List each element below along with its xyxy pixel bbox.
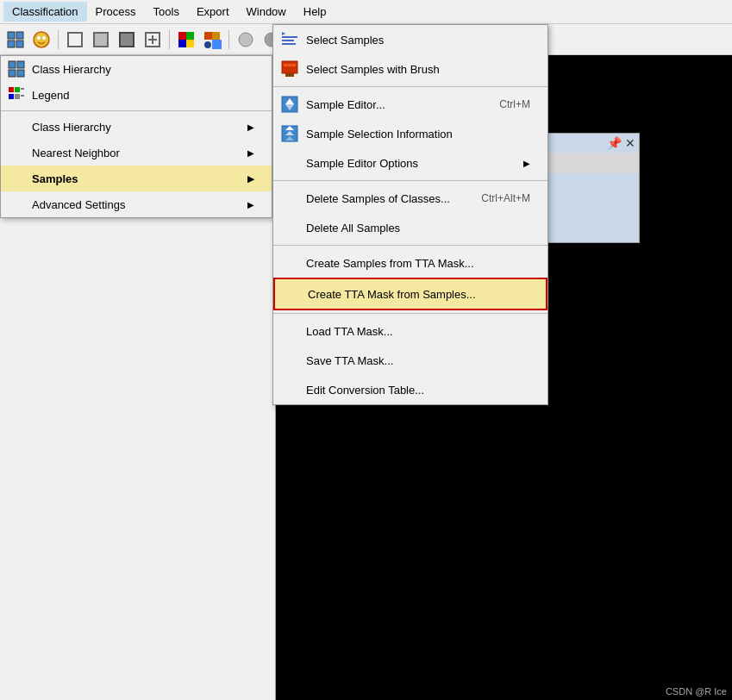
no-icon8	[280, 253, 299, 272]
panel-close-icon[interactable]: ✕	[625, 136, 635, 150]
svg-rect-43	[282, 36, 297, 38]
dropdown-advanced-settings[interactable]: Advanced Settings	[1, 191, 272, 217]
submenu-sample-editor-options[interactable]: Sample Editor Options	[273, 148, 547, 178]
hierarchy-icon	[8, 60, 25, 78]
svg-rect-29	[15, 87, 20, 92]
svg-rect-45	[282, 43, 296, 45]
svg-marker-49	[284, 64, 296, 66]
no-icon-placeholder	[8, 118, 25, 135]
submenu-delete-samples-classes[interactable]: Delete Samples of Classes... Ctrl+Alt+M	[273, 184, 547, 213]
toolbar-sep2	[169, 30, 170, 49]
svg-rect-44	[282, 40, 294, 41]
svg-rect-7	[68, 33, 82, 47]
dropdown-legend-label: Legend	[32, 89, 69, 102]
svg-marker-46	[282, 32, 285, 35]
classification-dropdown: Class Hierarchy Legend	[0, 55, 272, 218]
menu-window[interactable]: Window	[238, 2, 295, 22]
submenu-create-tta-from-samples-label: Create TTA Mask from Samples...	[308, 288, 476, 301]
svg-rect-30	[9, 94, 14, 99]
legend-icon	[8, 86, 25, 103]
no-icon12	[280, 380, 299, 399]
submenu-delete-samples-classes-shortcut: Ctrl+Alt+M	[464, 192, 530, 204]
submenu-select-samples[interactable]: Select Samples	[273, 25, 547, 54]
dropdown-samples-label: Samples	[32, 172, 78, 185]
no-icon7	[280, 218, 299, 237]
svg-rect-25	[17, 61, 24, 68]
svg-rect-1	[16, 32, 23, 39]
svg-rect-3	[16, 41, 23, 47]
submenu-load-tta[interactable]: Load TTA Mask...	[273, 316, 547, 346]
submenu-select-samples-brush[interactable]: Select Samples with Brush	[273, 54, 547, 84]
submenu-sep1	[273, 86, 547, 87]
dropdown-legend[interactable]: Legend	[1, 82, 272, 108]
toolbar-sep1	[58, 30, 59, 49]
svg-rect-17	[204, 32, 212, 40]
menu-classification[interactable]: Classification	[3, 2, 87, 22]
menu-export[interactable]: Export	[188, 2, 238, 22]
submenu-sample-selection-info[interactable]: Sample Selection Information	[273, 119, 547, 148]
samples-submenu-container: Select Samples Select Samples with Brush	[272, 24, 548, 405]
submenu-sample-editor[interactable]: Sample Editor... Ctrl+M	[273, 90, 547, 119]
submenu-delete-all-samples-label: Delete All Samples	[306, 222, 400, 234]
svg-rect-18	[212, 32, 220, 40]
svg-rect-8	[94, 33, 108, 47]
no-icon6	[280, 189, 299, 208]
svg-rect-9	[120, 33, 134, 47]
svg-point-6	[42, 36, 46, 40]
svg-rect-24	[9, 61, 16, 68]
svg-rect-14	[186, 32, 194, 40]
submenu-select-samples-label: Select Samples	[306, 34, 384, 47]
submenu-create-from-tta[interactable]: Create Samples from TTA Mask...	[273, 248, 547, 278]
no-icon-placeholder3	[8, 170, 25, 187]
sample-editor-icon	[280, 95, 299, 114]
submenu-create-tta-from-samples[interactable]: Create TTA Mask from Samples...	[273, 278, 547, 310]
svg-rect-0	[8, 32, 15, 39]
dropdown-class-hierarchy-label: Class Hierarchy	[32, 121, 111, 134]
toolbar-oval1[interactable]	[234, 28, 258, 52]
toolbar-icon2[interactable]	[29, 28, 53, 52]
svg-rect-48	[285, 73, 294, 77]
no-icon-placeholder2	[8, 144, 25, 161]
toolbar-rect3[interactable]	[115, 28, 139, 52]
toolbar-color-icon[interactable]	[174, 28, 198, 52]
no-icon5	[280, 153, 299, 172]
submenu-save-tta-label: Save TTA Mask...	[306, 354, 393, 367]
submenu-sample-editor-label: Sample Editor...	[306, 98, 385, 111]
no-icon-placeholder4	[8, 196, 25, 213]
menu-tools[interactable]: Tools	[145, 2, 188, 22]
toolbar-classify-icon[interactable]	[200, 28, 224, 52]
toolbar-sep3	[228, 30, 229, 49]
menu-help[interactable]: Help	[295, 2, 335, 22]
submenu-edit-conversion[interactable]: Edit Conversion Table...	[273, 375, 547, 404]
no-icon11	[280, 351, 299, 370]
svg-point-19	[204, 41, 211, 48]
svg-rect-15	[178, 40, 186, 47]
toolbar-rect2[interactable]	[89, 28, 113, 52]
svg-rect-16	[186, 40, 194, 47]
no-icon9	[282, 284, 301, 303]
dropdown-samples[interactable]: Samples	[1, 166, 272, 191]
dropdown-class-hierarchy[interactable]: Class Hierarchy	[1, 114, 272, 140]
submenu-load-tta-label: Load TTA Mask...	[306, 325, 393, 338]
dropdown-nearest-neighbor[interactable]: Nearest Neighbor	[1, 140, 272, 166]
svg-rect-26	[9, 70, 16, 77]
panel-pin-icon[interactable]: 📌	[607, 136, 622, 150]
toolbar-plus[interactable]	[141, 28, 165, 52]
submenu-sep3	[273, 245, 547, 246]
dropdown-nearest-neighbor-label: Nearest Neighbor	[32, 147, 120, 159]
submenu-edit-conversion-label: Edit Conversion Table...	[306, 384, 424, 397]
submenu-sample-selection-info-label: Sample Selection Information	[306, 128, 453, 141]
dropdown-class-hierarchy-top[interactable]: Class Hierarchy	[1, 56, 272, 82]
svg-point-20	[239, 33, 253, 47]
svg-point-5	[37, 36, 41, 40]
submenu-delete-all-samples[interactable]: Delete All Samples	[273, 213, 547, 242]
watermark: CSDN @R Ice	[666, 686, 727, 697]
dropdown-advanced-settings-label: Advanced Settings	[32, 198, 125, 211]
left-panel: Class Hierarchy Legend	[0, 55, 276, 700]
submenu-save-tta[interactable]: Save TTA Mask...	[273, 346, 547, 375]
svg-rect-31	[15, 94, 20, 99]
toolbar-rect1[interactable]	[63, 28, 87, 52]
toolbar-class-hierarchy-btn[interactable]	[3, 28, 28, 52]
svg-point-4	[34, 32, 49, 47]
menu-process[interactable]: Process	[87, 2, 145, 22]
